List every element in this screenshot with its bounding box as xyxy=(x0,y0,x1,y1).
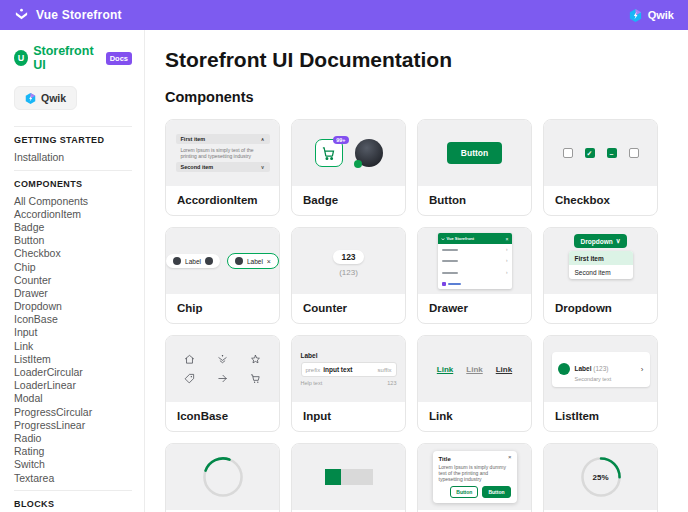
sidebar-item-modal[interactable]: Modal xyxy=(14,392,132,405)
progress-value: 25% xyxy=(592,473,608,482)
input-char-counter: 123 xyxy=(387,380,396,386)
chip-thumbnail-icon xyxy=(173,257,181,265)
component-card-loadercircular[interactable]: LoaderCircular xyxy=(165,443,280,512)
modal-title: Title xyxy=(439,456,511,462)
framework-selector-button[interactable]: Qwik xyxy=(14,86,77,110)
sidebar-item-button[interactable]: Button xyxy=(14,234,132,247)
card-label: Dropdown xyxy=(544,294,657,323)
iconbase-preview xyxy=(166,336,279,402)
header-framework-label: Qwik xyxy=(648,9,674,21)
component-card-modal[interactable]: × Title Lorem Ipsum is simply dummy text… xyxy=(417,443,532,512)
drawer-menu-row: › xyxy=(438,244,512,256)
loadercircular-preview xyxy=(166,444,279,510)
accordion-second-item: Second item xyxy=(181,164,214,170)
component-card-listitem[interactable]: Label (123) Secondary text › ListItem xyxy=(543,335,658,432)
checkbox-unchecked xyxy=(629,148,639,158)
sidebar-item-checkbox[interactable]: Checkbox xyxy=(14,247,132,260)
page-title: Storefront UI Documentation xyxy=(165,48,688,72)
header-framework-link[interactable]: Qwik xyxy=(629,9,674,22)
sidebar-section-title: BLOCKS xyxy=(14,499,132,509)
sidebar-item-installation[interactable]: Installation xyxy=(14,151,132,164)
component-card-badge[interactable]: 99+ Badge xyxy=(291,119,406,216)
header-brand[interactable]: Vue Storefront xyxy=(14,8,122,23)
framework-selector-label: Qwik xyxy=(41,92,66,104)
modal-primary-button: Button xyxy=(482,486,510,498)
card-label: Drawer xyxy=(418,294,531,323)
circular-loader-icon xyxy=(202,456,244,498)
sidebar-item-badge[interactable]: Badge xyxy=(14,221,132,234)
button-preview: Button xyxy=(418,120,531,186)
component-card-accordionitem[interactable]: First item∧ Lorem Ipsum is simply text o… xyxy=(165,119,280,216)
sidebar-item-switch[interactable]: Switch xyxy=(14,458,132,471)
sidebar-item-radio[interactable]: Radio xyxy=(14,432,132,445)
status-dot-badge xyxy=(354,160,362,168)
sidebar-item-drawer[interactable]: Drawer xyxy=(14,287,132,300)
sidebar-item-link[interactable]: Link xyxy=(14,340,132,353)
sidebar-item-chip[interactable]: Chip xyxy=(14,261,132,274)
component-card-input[interactable]: Label prefix input text suffix Help text… xyxy=(291,335,406,432)
chip-label: Label xyxy=(247,258,263,265)
sidebar-brand-label: Storefront UI xyxy=(33,44,101,72)
sidebar-item-input[interactable]: Input xyxy=(14,326,132,339)
sidebar-item-loadercircular[interactable]: LoaderCircular xyxy=(14,366,132,379)
sidebar-item-textarea[interactable]: Textarea xyxy=(14,472,132,485)
component-card-progresscircular[interactable]: 25% ProgressCircular xyxy=(543,443,658,512)
component-card-checkbox[interactable]: ✓ – Checkbox xyxy=(543,119,658,216)
modal-secondary-button: Button xyxy=(450,486,478,498)
drawer-footer-link xyxy=(438,279,512,289)
card-label: Counter xyxy=(292,294,405,323)
checkbox-preview: ✓ – xyxy=(544,120,657,186)
sidebar-item-progresslinear[interactable]: ProgressLinear xyxy=(14,419,132,432)
checkbox-unchecked xyxy=(563,148,573,158)
sidebar-item-iconbase[interactable]: IconBase xyxy=(14,313,132,326)
header-brand-label: Vue Storefront xyxy=(36,8,122,22)
vue-storefront-logo-icon xyxy=(441,237,445,241)
drawer-preview: Vue Storefront × › › › xyxy=(418,228,531,294)
input-preview: Label prefix input text suffix Help text… xyxy=(292,336,405,402)
component-card-counter[interactable]: 123 (123) Counter xyxy=(291,227,406,324)
close-icon: × xyxy=(506,236,509,242)
component-card-drawer[interactable]: Vue Storefront × › › › Drawer xyxy=(417,227,532,324)
badge-preview: 99+ xyxy=(292,120,405,186)
dropdown-button-label: Dropdown xyxy=(581,238,613,245)
sidebar-brand[interactable]: U Storefront UI Docs xyxy=(14,44,132,72)
component-card-button[interactable]: Button Button xyxy=(417,119,532,216)
home-icon xyxy=(184,354,195,365)
card-label: Button xyxy=(418,186,531,215)
input-help-text: Help text xyxy=(301,380,323,386)
chevron-down-icon: ∨ xyxy=(616,237,621,245)
component-card-chip[interactable]: Label Label × Chip xyxy=(165,227,280,324)
sidebar-item-dropdown[interactable]: Dropdown xyxy=(14,300,132,313)
accordionitem-preview: First item∧ Lorem Ipsum is simply text o… xyxy=(166,120,279,186)
modal-preview: × Title Lorem Ipsum is simply dummy text… xyxy=(418,444,531,510)
component-card-link[interactable]: Link Link Link Link xyxy=(417,335,532,432)
arrow-right-icon xyxy=(217,373,228,384)
chevron-right-icon: › xyxy=(506,271,508,276)
link-secondary: Link xyxy=(466,365,482,374)
shopping-cart-icon xyxy=(321,146,336,161)
sidebar-item-loaderlinear[interactable]: LoaderLinear xyxy=(14,379,132,392)
list-item-label: Label xyxy=(575,365,592,372)
top-navbar: Vue Storefront Qwik xyxy=(0,0,688,30)
card-label: Checkbox xyxy=(544,186,657,215)
qwik-logo-icon xyxy=(629,9,642,22)
card-label: Badge xyxy=(292,186,405,215)
accordion-body-text: Lorem Ipsum is simply text of the printi… xyxy=(176,144,270,162)
sidebar-item-listitem[interactable]: ListItem xyxy=(14,353,132,366)
sidebar-item-progresscircular[interactable]: ProgressCircular xyxy=(14,406,132,419)
sidebar-item-counter[interactable]: Counter xyxy=(14,274,132,287)
linear-loader-bar xyxy=(325,469,373,485)
link-preview: Link Link Link xyxy=(418,336,531,402)
sidebar-item-accordionitem[interactable]: AccordionItem xyxy=(14,208,132,221)
star-icon xyxy=(250,354,261,365)
components-section-title: Components xyxy=(165,89,688,105)
dropdown-menu-item: First item xyxy=(569,251,633,265)
sidebar-divider xyxy=(14,126,132,127)
sidebar-item-rating[interactable]: Rating xyxy=(14,445,132,458)
sidebar: U Storefront UI Docs Qwik GETTING STARTE… xyxy=(0,30,145,512)
component-card-iconbase[interactable]: IconBase xyxy=(165,335,280,432)
component-card-loaderlinear[interactable]: LoaderLinear xyxy=(291,443,406,512)
sidebar-divider xyxy=(14,170,132,171)
component-card-dropdown[interactable]: Dropdown ∨ First item Second item Dropdo… xyxy=(543,227,658,324)
sidebar-item-all-components[interactable]: All Components xyxy=(14,195,132,208)
